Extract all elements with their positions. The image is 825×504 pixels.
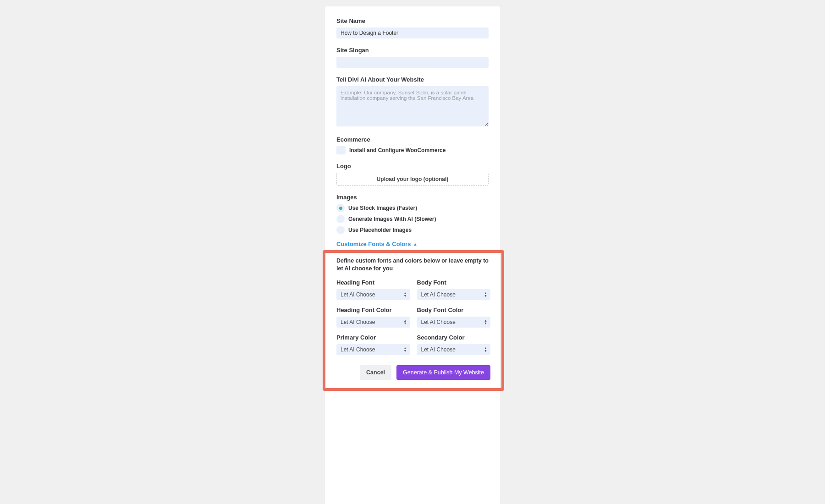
radio-icon	[336, 226, 345, 234]
site-name-label: Site Name	[336, 17, 489, 24]
images-option-placeholder[interactable]: Use Placeholder Images	[336, 226, 489, 234]
heading-font-color-label: Heading Font Color	[336, 307, 410, 313]
images-option-label: Use Placeholder Images	[348, 227, 412, 233]
primary-color-group: Primary Color Let AI Choose ▲▼	[336, 334, 410, 355]
body-font-color-select[interactable]: Let AI Choose	[417, 317, 491, 328]
caret-up-icon: ▲	[413, 242, 418, 247]
images-option-ai[interactable]: Generate Images With AI (Slower)	[336, 215, 489, 223]
logo-label: Logo	[336, 163, 489, 170]
ecommerce-label: Ecommerce	[336, 136, 489, 143]
logo-group: Logo Upload your logo (optional)	[336, 163, 489, 186]
heading-font-color-select[interactable]: Let AI Choose	[336, 317, 410, 328]
about-label: Tell Divi AI About Your Website	[336, 76, 489, 83]
site-name-input[interactable]	[336, 27, 489, 38]
customize-section-highlight: Define custom fonts and colors below or …	[323, 250, 504, 391]
images-option-label: Use Stock Images (Faster)	[348, 205, 417, 211]
body-font-select[interactable]: Let AI Choose	[417, 289, 491, 300]
about-textarea[interactable]	[336, 86, 489, 126]
customize-link-text: Customize Fonts & Colors	[336, 241, 411, 247]
action-buttons: Cancel Generate & Publish My Website	[336, 365, 490, 380]
generate-publish-button[interactable]: Generate & Publish My Website	[396, 365, 490, 380]
cancel-button[interactable]: Cancel	[360, 365, 391, 380]
site-slogan-group: Site Slogan	[336, 47, 489, 68]
secondary-color-select[interactable]: Let AI Choose	[417, 344, 491, 355]
radio-icon	[336, 204, 345, 212]
images-radio-list: Use Stock Images (Faster) Generate Image…	[336, 204, 489, 234]
site-slogan-input[interactable]	[336, 57, 489, 68]
settings-panel: Site Name Site Slogan Tell Divi AI About…	[325, 6, 500, 504]
primary-color-label: Primary Color	[336, 334, 410, 341]
body-font-color-label: Body Font Color	[417, 307, 491, 313]
body-font-color-group: Body Font Color Let AI Choose ▲▼	[417, 307, 491, 328]
heading-font-group: Heading Font Let AI Choose ▲▼	[336, 279, 410, 300]
logo-upload-zone[interactable]: Upload your logo (optional)	[336, 173, 489, 186]
body-font-group: Body Font Let AI Choose ▲▼	[417, 279, 491, 300]
ecommerce-checkbox-row[interactable]: Install and Configure WooCommerce	[336, 146, 489, 154]
images-label: Images	[336, 194, 489, 201]
secondary-color-group: Secondary Color Let AI Choose ▲▼	[417, 334, 491, 355]
images-option-stock[interactable]: Use Stock Images (Faster)	[336, 204, 489, 212]
radio-icon	[336, 215, 345, 223]
about-group: Tell Divi AI About Your Website	[336, 76, 489, 128]
site-slogan-label: Site Slogan	[336, 47, 489, 54]
images-option-label: Generate Images With AI (Slower)	[348, 216, 436, 222]
heading-font-select[interactable]: Let AI Choose	[336, 289, 410, 300]
heading-font-color-group: Heading Font Color Let AI Choose ▲▼	[336, 307, 410, 328]
secondary-color-label: Secondary Color	[417, 334, 491, 341]
heading-font-label: Heading Font	[336, 279, 410, 286]
site-name-group: Site Name	[336, 17, 489, 38]
ecommerce-group: Ecommerce Install and Configure WooComme…	[336, 136, 489, 154]
body-font-label: Body Font	[417, 279, 491, 286]
checkbox-icon	[336, 146, 346, 154]
images-group: Images Use Stock Images (Faster) Generat…	[336, 194, 489, 234]
primary-color-select[interactable]: Let AI Choose	[336, 344, 410, 355]
customize-fonts-colors-toggle[interactable]: Customize Fonts & Colors ▲	[336, 241, 417, 247]
customize-description: Define custom fonts and colors below or …	[336, 257, 490, 273]
ecommerce-checkbox-label: Install and Configure WooCommerce	[349, 147, 446, 153]
